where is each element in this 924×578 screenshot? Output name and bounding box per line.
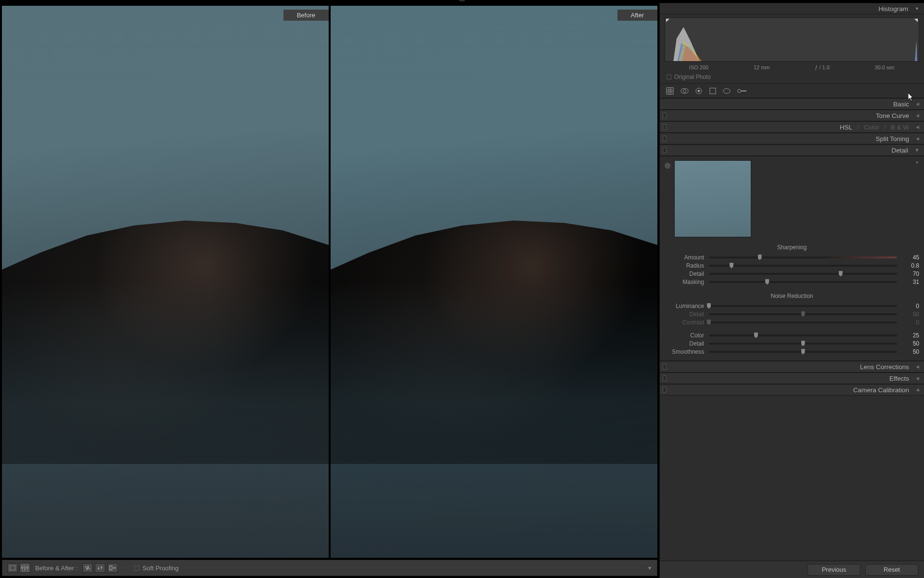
panel-header-camera-calibration[interactable]: Camera Calibration◀	[660, 384, 924, 396]
soft-proofing-checkbox[interactable]: Soft Proofing	[134, 565, 179, 572]
slider-smoothness[interactable]: Smoothness 50	[665, 347, 919, 356]
chevron-left-icon: ◀	[916, 136, 919, 141]
viewport-area: Before After Y|Y Before & After :	[0, 3, 659, 578]
panel-header-detail[interactable]: Detail▼	[660, 144, 924, 156]
side-panel-footer: Previous Reset	[660, 561, 924, 578]
panel-header-tone-curve[interactable]: Tone Curve◀	[660, 110, 924, 121]
panel-header-split-toning[interactable]: Split Toning◀	[660, 133, 924, 144]
redeye-tool-icon[interactable]	[694, 87, 703, 95]
sharpening-title: Sharpening	[665, 244, 919, 251]
exif-focal: 12 mm	[754, 64, 770, 70]
panel-switch-icon[interactable]	[663, 113, 667, 118]
detail-panel-body: ◎ ▼ Sharpening Amount 45 Radius 0.8 Deta…	[660, 156, 924, 361]
slider-radius[interactable]: Radius 0.8	[665, 261, 919, 270]
graduated-filter-tool-icon[interactable]	[709, 87, 717, 95]
chevron-left-icon: ◀	[916, 364, 919, 369]
svg-point-13	[738, 89, 741, 92]
slider-luminance-detail: Detail 50	[665, 310, 919, 318]
panel-switch-icon[interactable]	[663, 136, 667, 141]
chevron-left-icon: ◀	[916, 102, 919, 106]
panel-switch-icon[interactable]	[663, 387, 667, 393]
before-after-swap-button[interactable]	[82, 563, 93, 573]
slider-luminance[interactable]: Luminance 0	[665, 302, 919, 310]
slider-amount[interactable]: Amount 45	[665, 253, 919, 261]
panel-switch-icon[interactable]	[663, 364, 667, 370]
toolbar-expand-icon[interactable]: ▼	[647, 565, 652, 571]
panel-switch-icon[interactable]	[663, 375, 667, 381]
panel-header-effects[interactable]: Effects◀	[660, 372, 924, 384]
histogram-display[interactable]	[665, 17, 919, 62]
previous-button[interactable]: Previous	[808, 564, 860, 576]
crop-tool-icon[interactable]	[666, 87, 674, 95]
before-after-label: Before & After :	[35, 565, 77, 572]
chevron-down-icon[interactable]: ▼	[915, 160, 919, 165]
exif-aperture: ƒ / 1.0	[815, 64, 830, 70]
after-label: After	[617, 10, 657, 21]
chevron-left-icon: ◀	[916, 376, 919, 381]
exif-row: ISO 200 12 mm ƒ / 1.0 30.0 sec	[660, 64, 924, 72]
exif-shutter: 30.0 sec	[875, 64, 895, 70]
reset-button[interactable]: Reset	[865, 564, 918, 576]
slider-color[interactable]: Color 25	[665, 331, 919, 339]
panel-header-histogram[interactable]: Histogram ▼	[660, 3, 924, 14]
compare-view-button[interactable]: Y|Y	[20, 563, 30, 573]
adjustment-brush-tool-icon[interactable]	[737, 88, 747, 94]
radial-filter-tool-icon[interactable]	[722, 87, 731, 95]
before-after-view[interactable]: Before After	[2, 6, 657, 558]
chevron-left-icon: ◀	[916, 125, 919, 129]
svg-rect-11	[710, 88, 716, 94]
panel-header-lens-corrections[interactable]: Lens Corrections◀	[660, 361, 924, 372]
loupe-view-button[interactable]	[7, 563, 18, 573]
slider-color-detail[interactable]: Detail 50	[665, 339, 919, 347]
svg-rect-2	[667, 88, 673, 94]
exif-iso: ISO 200	[689, 64, 708, 70]
panel-header-hsl[interactable]: HSL /Color /B & W ◀	[660, 121, 924, 133]
chevron-left-icon: ◀	[916, 387, 919, 392]
svg-point-12	[723, 89, 730, 93]
bottom-toolbar: Y|Y Before & After : Soft Proofing ▼	[2, 560, 657, 576]
detail-preview[interactable]	[674, 160, 751, 237]
original-photo-checkbox[interactable]: Original Photo	[660, 72, 924, 84]
spot-removal-tool-icon[interactable]	[680, 87, 689, 95]
before-after-copy-settings-button[interactable]	[107, 563, 118, 573]
svg-point-10	[698, 90, 700, 92]
chevron-down-icon: ▼	[915, 6, 919, 11]
svg-rect-1	[110, 566, 112, 570]
before-after-copy-button[interactable]	[95, 563, 105, 573]
slider-luminance-contrast: Contrast 0	[665, 318, 919, 326]
tool-strip	[660, 84, 924, 98]
noise-reduction-title: Noise Reduction	[665, 293, 919, 299]
before-label: Before	[283, 10, 329, 21]
after-pane[interactable]: After	[331, 6, 657, 558]
right-panel: Histogram ▼ ISO 200 12 mm ƒ / 1.0 30.0 s…	[659, 3, 924, 578]
chevron-down-icon: ▼	[915, 148, 919, 153]
chevron-left-icon: ◀	[916, 113, 919, 118]
panel-switch-icon[interactable]	[663, 147, 667, 153]
panel-header-basic[interactable]: Basic◀	[660, 98, 924, 110]
panel-switch-icon[interactable]	[663, 124, 667, 130]
svg-rect-0	[10, 565, 15, 570]
before-pane[interactable]: Before	[2, 6, 329, 558]
slider-masking[interactable]: Masking 31	[665, 278, 919, 286]
slider-detail[interactable]: Detail 70	[665, 270, 919, 278]
detail-target-icon[interactable]: ◎	[665, 161, 670, 169]
